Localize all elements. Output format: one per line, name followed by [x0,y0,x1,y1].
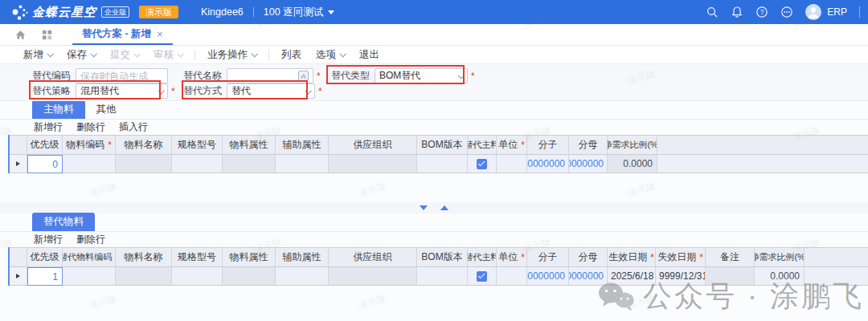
cell-unit[interactable] [497,267,527,286]
cell-aux-attr[interactable] [276,155,329,173]
cell-expiry-date[interactable]: 9999/12/31 [656,267,706,286]
cell-material-name[interactable] [116,267,172,286]
header-priority: 优先级 [27,247,63,267]
delete-row-button[interactable]: 删除行 [76,233,105,246]
toolbar-divider [194,50,195,60]
tab-bar: 替代方案 - 新增 × [0,24,868,46]
business-operation-button[interactable]: 业务操作 [207,48,256,62]
toolbar: 新增 保存 提交 审核 业务操作 列表 选项 退出 [0,46,868,64]
content-area: 主物料 其他 新增行 删除行 插入行 优先级 物料编码* 物料名称 规格型号 物… [0,101,868,321]
delete-row-button[interactable]: 删除行 [76,120,105,134]
cell-spec-model[interactable] [172,267,223,286]
header-substitute-main: 替代主料 [468,247,497,267]
sub-grid-actions: 新增行 删除行 [0,232,868,247]
cell-denominator[interactable]: 1.00000000 [569,155,608,173]
cell-spec-model[interactable] [172,155,223,173]
main-material-grid: 优先级 物料编码* 物料名称 规格型号 物料属性 辅助属性 供应组织 BOM版本… [8,135,868,173]
header-row-selector [10,247,27,267]
checkbox-checked-icon[interactable] [477,159,487,169]
user-name[interactable]: Kingdee6 [201,6,244,18]
top-bar: 金蝶云星空 企业版 演示版 Kingdee6 100 逐同测试 ? [0,0,868,24]
header-expiry-date: 失效日期* [656,247,706,267]
cell-priority[interactable]: 0 [27,155,63,173]
new-button[interactable]: 新增 [23,48,52,62]
row-filler [805,267,868,286]
cell-bom-version[interactable] [417,267,468,286]
tab-other[interactable]: 其他 [85,100,128,119]
locale-icon[interactable] [298,71,309,81]
substitution-code-input[interactable] [80,71,163,82]
substitution-type-select[interactable]: BOM替代 [375,68,468,83]
insert-row-button[interactable]: 插入行 [119,120,148,134]
header-bom-version: BOM版本 [417,247,468,267]
cell-material-name[interactable] [116,155,172,173]
help-icon[interactable]: ? [755,6,768,18]
header-net-ratio: 净需求比例(%) [608,135,657,155]
add-row-button[interactable]: 新增行 [34,120,63,134]
topbar-divider [859,6,860,18]
account-label[interactable]: ERP [827,6,847,18]
cell-material-code[interactable] [63,155,116,173]
cell-remark[interactable] [706,267,755,286]
chevron-down-icon [457,72,464,79]
cell-numerator[interactable]: 1.00000000 [527,155,569,173]
chevron-down-icon [133,51,140,57]
field-substitution-code: 替代编码 [32,68,168,83]
demo-badge: 演示版 [139,6,178,18]
cell-substitute-material-code[interactable] [63,267,116,286]
field-substitution-name: 替代名称 * [183,68,321,83]
brand-title: 金蝶云星空 [32,5,96,20]
options-button[interactable]: 选项 [316,48,345,62]
cell-effective-date[interactable]: 2025/6/18 [608,267,656,286]
chevron-down-icon [47,51,53,57]
row-indicator-icon [16,274,20,278]
save-button[interactable]: 保存 [67,48,96,62]
cell-material-attr[interactable] [223,267,276,286]
substitution-mode-select[interactable]: 替代 [227,83,315,99]
submit-button: 提交 [110,48,139,62]
close-icon[interactable]: × [157,28,163,40]
cell-substitute-main[interactable] [468,267,497,286]
cell-net-ratio[interactable]: 0.0000 [608,155,657,173]
checkbox-checked-icon[interactable] [477,271,487,282]
header-unit: 单位* [497,247,527,267]
cell-substitute-main[interactable] [468,155,497,173]
org-switcher[interactable]: 100 逐同测试 [264,6,334,19]
row-selector[interactable] [10,155,27,173]
exit-button[interactable]: 退出 [359,48,379,62]
menu-grid-icon[interactable] [41,29,53,41]
cell-supply-org[interactable] [329,155,417,173]
cell-supply-org[interactable] [329,267,417,286]
list-button[interactable]: 列表 [281,48,301,62]
home-icon[interactable] [14,29,27,41]
cell-denominator[interactable]: 1.00000000 [569,267,608,286]
cell-net-ratio[interactable]: 0.0000 [755,267,805,286]
header-aux-attr: 辅助属性 [276,247,329,267]
toolbar-divider [268,50,269,60]
add-row-button[interactable]: 新增行 [34,233,63,246]
header-supply-org: 供应组织 [329,247,417,267]
tab-main-material[interactable]: 主物料 [32,100,85,119]
row-selector[interactable] [10,267,27,286]
substitution-name-input[interactable] [231,71,298,82]
tab-substitution-plan-new[interactable]: 替代方案 - 新增 × [72,24,173,45]
substitution-strategy-select[interactable]: 混用替代 [76,83,168,99]
cell-unit[interactable] [497,155,527,173]
header-material-attr: 物料属性 [223,247,276,267]
header-material-name: 物料名称 [116,247,172,267]
cell-aux-attr[interactable] [276,267,329,286]
cell-bom-version[interactable] [417,155,468,173]
notification-bell-icon[interactable] [731,6,743,18]
substitute-material-grid: 优先级 替代物料编码* 物料名称 规格型号 物料属性 辅助属性 供应组织 BOM… [8,247,868,286]
collapse-up-icon[interactable] [440,205,448,210]
collapse-down-icon[interactable] [420,205,428,210]
cell-priority[interactable]: 1 [27,267,63,286]
cell-material-attr[interactable] [223,155,276,173]
user-avatar[interactable] [805,4,821,20]
tab-substitute-material[interactable]: 替代物料 [32,213,95,231]
cell-numerator[interactable]: 1.00000000 [527,267,569,286]
header-spec-model: 规格型号 [172,247,223,267]
search-icon[interactable] [706,6,719,18]
chevron-down-icon [328,10,334,14]
assistant-icon[interactable] [780,6,793,18]
